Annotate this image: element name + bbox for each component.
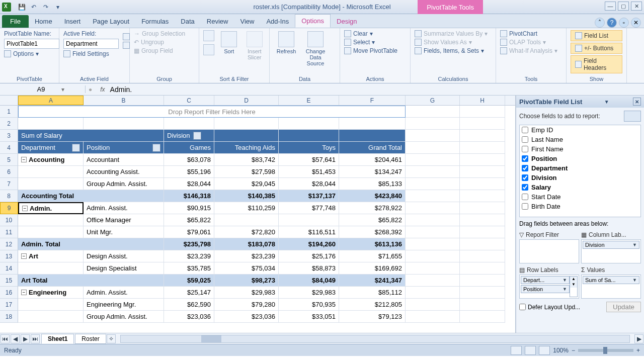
sort-asc-icon[interactable]	[203, 30, 214, 41]
field-list-layout-button[interactable]	[624, 111, 641, 122]
cell[interactable]	[460, 262, 505, 275]
undo-icon[interactable]: ↶	[28, 2, 39, 13]
select-button[interactable]: Select ▾	[344, 39, 397, 46]
sheet-tab-roster[interactable]: Roster	[75, 334, 106, 344]
cell[interactable]	[460, 226, 505, 238]
cell[interactable]	[460, 154, 505, 166]
row-pill-position[interactable]: Position▼	[521, 285, 570, 293]
values-area[interactable]: Sum of Sa...▼	[581, 275, 641, 299]
view-page-layout-icon[interactable]	[525, 346, 536, 355]
cell[interactable]: $28,044	[279, 178, 339, 190]
field-list-toggle[interactable]: Field List	[571, 30, 622, 41]
cell[interactable]	[406, 311, 460, 323]
cell[interactable]	[460, 250, 505, 262]
cell[interactable]: $85,133	[339, 178, 406, 190]
col-header-C[interactable]: C	[164, 96, 214, 105]
cell[interactable]: Toys	[279, 142, 339, 154]
cell[interactable]: Engineering Mgr.	[84, 299, 164, 311]
cell[interactable]	[406, 262, 460, 275]
row-header[interactable]: 6	[0, 166, 18, 178]
cell[interactable]: $23,036	[164, 311, 214, 323]
cell[interactable]	[406, 214, 460, 226]
active-field-input[interactable]	[63, 39, 119, 49]
sort-desc-icon[interactable]	[203, 44, 214, 55]
cell[interactable]: $29,983	[279, 287, 339, 299]
row-header[interactable]: 11	[0, 226, 18, 238]
cell[interactable]	[18, 214, 84, 226]
row-header[interactable]: 17	[0, 299, 18, 311]
field-settings-button[interactable]: Field Settings	[63, 50, 119, 57]
sort-button[interactable]: Sort	[218, 30, 240, 55]
zoom-percent[interactable]: 100%	[553, 347, 569, 354]
move-pivottable-button[interactable]: Move PivotTable	[344, 47, 397, 54]
row-order-spinner[interactable]: ▲▼	[570, 276, 578, 297]
column-pill-division[interactable]: Division▼	[583, 241, 639, 249]
cell[interactable]: $423,840	[339, 190, 406, 202]
cell[interactable]	[460, 275, 505, 287]
row-header[interactable]: 9	[0, 202, 18, 214]
cell[interactable]: Group Admin. Assist.	[84, 178, 164, 190]
cell[interactable]	[460, 190, 505, 202]
qat-dropdown-icon[interactable]: ▾	[52, 2, 63, 13]
scroll-right-icon[interactable]: ▶	[634, 334, 643, 343]
tab-data[interactable]: Data	[175, 15, 200, 28]
clear-button[interactable]: Clear ▾	[344, 30, 397, 37]
report-filter-area[interactable]	[519, 239, 579, 263]
tab-home[interactable]: Home	[29, 15, 58, 28]
cell[interactable]	[279, 118, 339, 130]
cell[interactable]: $268,392	[339, 226, 406, 238]
cell[interactable]: $146,318	[164, 190, 214, 202]
row-header[interactable]: 18	[0, 311, 18, 323]
cell[interactable]	[406, 130, 460, 142]
close-button[interactable]: ✕	[631, 2, 642, 11]
row-header[interactable]: 5	[0, 154, 18, 166]
cell[interactable]	[84, 118, 164, 130]
cell[interactable]: $140,385	[214, 190, 279, 202]
cell[interactable]: $72,820	[214, 226, 279, 238]
row-header[interactable]: 10	[0, 214, 18, 226]
cell[interactable]	[406, 142, 460, 154]
cell[interactable]	[460, 214, 505, 226]
cell[interactable]	[406, 238, 460, 250]
field-salary[interactable]: Salary	[520, 183, 640, 192]
redo-icon[interactable]: ↷	[40, 2, 51, 13]
pivottable-name-input[interactable]	[4, 39, 59, 49]
cell[interactable]	[18, 166, 84, 178]
cell[interactable]: Games	[164, 142, 214, 154]
tab-options[interactable]: Options	[295, 14, 331, 28]
field-list-close-icon[interactable]: ✕	[633, 98, 641, 106]
cell[interactable]: $28,044	[164, 178, 214, 190]
cell[interactable]: $613,136	[339, 238, 406, 250]
col-header-D[interactable]: D	[214, 96, 279, 105]
cell[interactable]: $83,742	[214, 154, 279, 166]
cell[interactable]	[406, 178, 460, 190]
cell[interactable]: Accountant	[84, 154, 164, 166]
view-normal-icon[interactable]	[511, 346, 522, 355]
cell[interactable]: $58,873	[279, 262, 339, 275]
field-division[interactable]: Division	[520, 173, 640, 183]
cell[interactable]: Office Manager	[84, 214, 164, 226]
cell[interactable]	[460, 287, 505, 299]
cell[interactable]: $25,147	[164, 287, 214, 299]
field-position[interactable]: Position	[520, 154, 640, 163]
zoom-slider[interactable]	[578, 349, 633, 352]
tab-formulas[interactable]: Formulas	[135, 15, 175, 28]
col-header-F[interactable]: F	[339, 96, 406, 105]
new-sheet-icon[interactable]: ✧	[107, 334, 116, 343]
cell[interactable]: $75,034	[214, 262, 279, 275]
cell[interactable]: Drop Report Filter Fields Here	[18, 106, 406, 118]
cell[interactable]	[214, 130, 279, 142]
pivotchart-button[interactable]: PivotChart	[500, 30, 557, 37]
cell[interactable]: $25,176	[279, 250, 339, 262]
cell[interactable]: $79,123	[339, 311, 406, 323]
save-icon[interactable]: 💾	[16, 2, 27, 13]
row-header[interactable]: 12	[0, 238, 18, 250]
tab-nav-prev-icon[interactable]: ◀	[11, 334, 20, 343]
row-header[interactable]: 1	[0, 106, 18, 118]
row-header[interactable]: 13	[0, 250, 18, 262]
cell[interactable]: $35,785	[164, 262, 214, 275]
cell[interactable]: $65,822	[164, 214, 214, 226]
cell[interactable]: $110,259	[214, 202, 279, 214]
cell[interactable]: $23,036	[214, 311, 279, 323]
collapse-field-icon[interactable]	[123, 42, 130, 49]
